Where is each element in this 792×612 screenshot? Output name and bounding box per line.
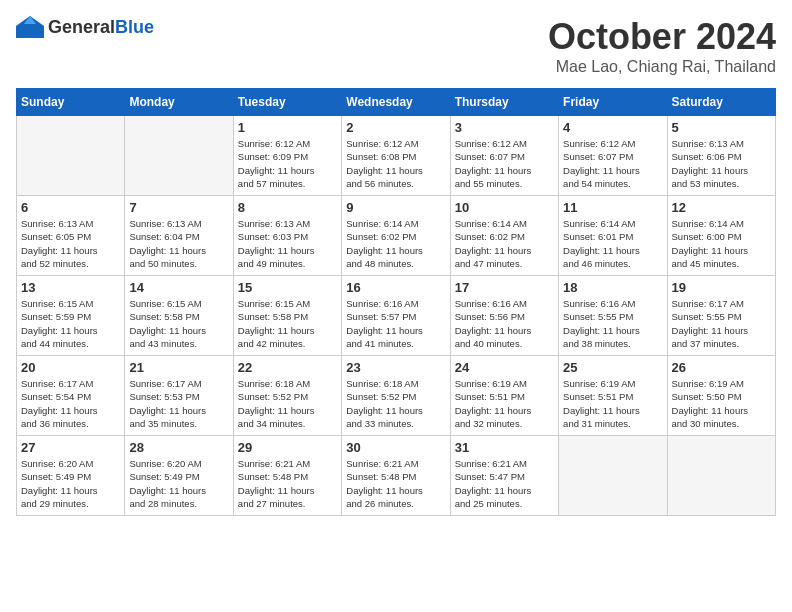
day-cell: 17Sunrise: 6:16 AM Sunset: 5:56 PM Dayli… [450,276,558,356]
day-number: 31 [455,440,554,455]
day-cell: 6Sunrise: 6:13 AM Sunset: 6:05 PM Daylig… [17,196,125,276]
day-cell: 14Sunrise: 6:15 AM Sunset: 5:58 PM Dayli… [125,276,233,356]
day-number: 11 [563,200,662,215]
day-info: Sunrise: 6:17 AM Sunset: 5:54 PM Dayligh… [21,377,120,430]
day-info: Sunrise: 6:13 AM Sunset: 6:03 PM Dayligh… [238,217,337,270]
day-info: Sunrise: 6:21 AM Sunset: 5:48 PM Dayligh… [346,457,445,510]
day-cell: 22Sunrise: 6:18 AM Sunset: 5:52 PM Dayli… [233,356,341,436]
day-cell [667,436,775,516]
day-info: Sunrise: 6:17 AM Sunset: 5:55 PM Dayligh… [672,297,771,350]
day-info: Sunrise: 6:18 AM Sunset: 5:52 PM Dayligh… [346,377,445,430]
day-cell: 10Sunrise: 6:14 AM Sunset: 6:02 PM Dayli… [450,196,558,276]
day-cell: 15Sunrise: 6:15 AM Sunset: 5:58 PM Dayli… [233,276,341,356]
day-number: 25 [563,360,662,375]
week-row-5: 27Sunrise: 6:20 AM Sunset: 5:49 PM Dayli… [17,436,776,516]
day-number: 21 [129,360,228,375]
title-area: October 2024 Mae Lao, Chiang Rai, Thaila… [548,16,776,76]
day-info: Sunrise: 6:21 AM Sunset: 5:48 PM Dayligh… [238,457,337,510]
day-info: Sunrise: 6:14 AM Sunset: 6:02 PM Dayligh… [346,217,445,270]
day-info: Sunrise: 6:14 AM Sunset: 6:01 PM Dayligh… [563,217,662,270]
day-cell: 30Sunrise: 6:21 AM Sunset: 5:48 PM Dayli… [342,436,450,516]
day-info: Sunrise: 6:16 AM Sunset: 5:57 PM Dayligh… [346,297,445,350]
day-number: 15 [238,280,337,295]
day-info: Sunrise: 6:20 AM Sunset: 5:49 PM Dayligh… [129,457,228,510]
month-title: October 2024 [548,16,776,58]
day-cell: 28Sunrise: 6:20 AM Sunset: 5:49 PM Dayli… [125,436,233,516]
day-number: 4 [563,120,662,135]
day-number: 14 [129,280,228,295]
day-cell: 11Sunrise: 6:14 AM Sunset: 6:01 PM Dayli… [559,196,667,276]
day-cell: 27Sunrise: 6:20 AM Sunset: 5:49 PM Dayli… [17,436,125,516]
day-cell: 25Sunrise: 6:19 AM Sunset: 5:51 PM Dayli… [559,356,667,436]
week-row-2: 6Sunrise: 6:13 AM Sunset: 6:05 PM Daylig… [17,196,776,276]
logo-text-general: General [48,17,115,37]
location-title: Mae Lao, Chiang Rai, Thailand [548,58,776,76]
header-row: SundayMondayTuesdayWednesdayThursdayFrid… [17,89,776,116]
day-info: Sunrise: 6:19 AM Sunset: 5:50 PM Dayligh… [672,377,771,430]
day-cell: 9Sunrise: 6:14 AM Sunset: 6:02 PM Daylig… [342,196,450,276]
day-number: 9 [346,200,445,215]
day-info: Sunrise: 6:13 AM Sunset: 6:06 PM Dayligh… [672,137,771,190]
day-cell: 3Sunrise: 6:12 AM Sunset: 6:07 PM Daylig… [450,116,558,196]
day-cell: 29Sunrise: 6:21 AM Sunset: 5:48 PM Dayli… [233,436,341,516]
day-number: 8 [238,200,337,215]
day-cell: 18Sunrise: 6:16 AM Sunset: 5:55 PM Dayli… [559,276,667,356]
week-row-3: 13Sunrise: 6:15 AM Sunset: 5:59 PM Dayli… [17,276,776,356]
day-number: 27 [21,440,120,455]
calendar-table: SundayMondayTuesdayWednesdayThursdayFrid… [16,88,776,516]
day-info: Sunrise: 6:14 AM Sunset: 6:02 PM Dayligh… [455,217,554,270]
day-info: Sunrise: 6:15 AM Sunset: 5:58 PM Dayligh… [238,297,337,350]
day-cell: 16Sunrise: 6:16 AM Sunset: 5:57 PM Dayli… [342,276,450,356]
day-cell: 21Sunrise: 6:17 AM Sunset: 5:53 PM Dayli… [125,356,233,436]
day-cell: 8Sunrise: 6:13 AM Sunset: 6:03 PM Daylig… [233,196,341,276]
day-number: 29 [238,440,337,455]
day-number: 28 [129,440,228,455]
day-number: 23 [346,360,445,375]
day-header-monday: Monday [125,89,233,116]
day-info: Sunrise: 6:13 AM Sunset: 6:05 PM Dayligh… [21,217,120,270]
day-cell: 4Sunrise: 6:12 AM Sunset: 6:07 PM Daylig… [559,116,667,196]
day-number: 2 [346,120,445,135]
day-cell: 24Sunrise: 6:19 AM Sunset: 5:51 PM Dayli… [450,356,558,436]
day-info: Sunrise: 6:19 AM Sunset: 5:51 PM Dayligh… [455,377,554,430]
day-info: Sunrise: 6:19 AM Sunset: 5:51 PM Dayligh… [563,377,662,430]
day-header-saturday: Saturday [667,89,775,116]
day-info: Sunrise: 6:16 AM Sunset: 5:56 PM Dayligh… [455,297,554,350]
day-cell: 5Sunrise: 6:13 AM Sunset: 6:06 PM Daylig… [667,116,775,196]
day-number: 3 [455,120,554,135]
day-number: 5 [672,120,771,135]
day-number: 18 [563,280,662,295]
week-row-1: 1Sunrise: 6:12 AM Sunset: 6:09 PM Daylig… [17,116,776,196]
day-cell: 12Sunrise: 6:14 AM Sunset: 6:00 PM Dayli… [667,196,775,276]
logo: GeneralBlue [16,16,154,38]
day-number: 24 [455,360,554,375]
day-header-wednesday: Wednesday [342,89,450,116]
day-number: 30 [346,440,445,455]
day-cell: 20Sunrise: 6:17 AM Sunset: 5:54 PM Dayli… [17,356,125,436]
day-cell: 23Sunrise: 6:18 AM Sunset: 5:52 PM Dayli… [342,356,450,436]
day-info: Sunrise: 6:15 AM Sunset: 5:59 PM Dayligh… [21,297,120,350]
day-cell: 1Sunrise: 6:12 AM Sunset: 6:09 PM Daylig… [233,116,341,196]
day-info: Sunrise: 6:14 AM Sunset: 6:00 PM Dayligh… [672,217,771,270]
day-number: 26 [672,360,771,375]
day-cell [125,116,233,196]
day-info: Sunrise: 6:13 AM Sunset: 6:04 PM Dayligh… [129,217,228,270]
day-number: 13 [21,280,120,295]
day-cell: 2Sunrise: 6:12 AM Sunset: 6:08 PM Daylig… [342,116,450,196]
day-cell [17,116,125,196]
day-number: 12 [672,200,771,215]
day-number: 7 [129,200,228,215]
day-info: Sunrise: 6:17 AM Sunset: 5:53 PM Dayligh… [129,377,228,430]
day-number: 6 [21,200,120,215]
day-info: Sunrise: 6:20 AM Sunset: 5:49 PM Dayligh… [21,457,120,510]
logo-icon [16,16,44,38]
day-number: 1 [238,120,337,135]
day-header-friday: Friday [559,89,667,116]
day-number: 20 [21,360,120,375]
day-cell [559,436,667,516]
day-info: Sunrise: 6:16 AM Sunset: 5:55 PM Dayligh… [563,297,662,350]
day-info: Sunrise: 6:12 AM Sunset: 6:08 PM Dayligh… [346,137,445,190]
day-header-tuesday: Tuesday [233,89,341,116]
day-info: Sunrise: 6:12 AM Sunset: 6:07 PM Dayligh… [563,137,662,190]
week-row-4: 20Sunrise: 6:17 AM Sunset: 5:54 PM Dayli… [17,356,776,436]
